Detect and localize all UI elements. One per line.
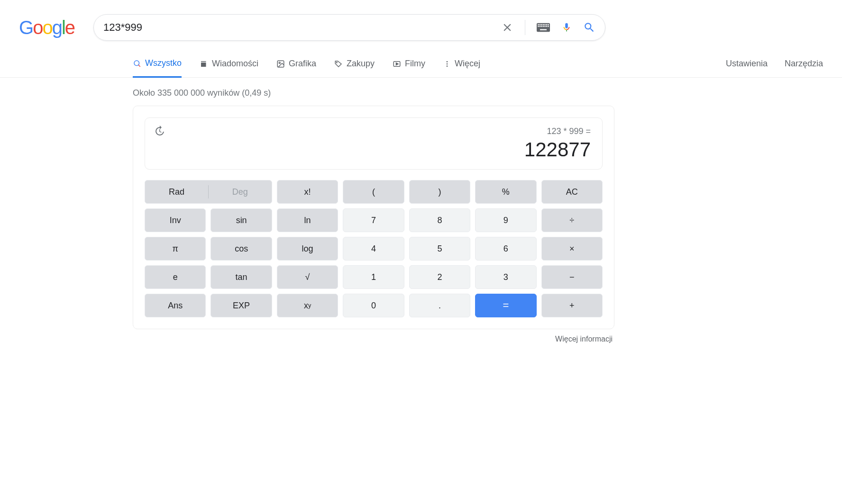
history-icon[interactable]: [154, 126, 165, 139]
calc-btn-6[interactable]: 6: [475, 237, 536, 261]
calc-btn-4[interactable]: 4: [343, 237, 404, 261]
calc-btn-7[interactable]: 7: [343, 208, 404, 232]
calc-btn-pi[interactable]: π: [145, 237, 206, 261]
search-input[interactable]: [103, 21, 501, 34]
tabs-row: Wszystko Wiadomości Grafika Zakupy Filmy…: [0, 50, 842, 78]
calc-btn-8[interactable]: 8: [409, 208, 470, 232]
tab-videos-label: Filmy: [405, 59, 425, 69]
search-bar: [93, 14, 605, 41]
calc-btn-9[interactable]: 9: [475, 208, 536, 232]
tab-settings-label: Ustawienia: [726, 59, 768, 69]
calc-btn-sin[interactable]: sin: [210, 208, 272, 232]
calc-btn-e[interactable]: e: [145, 265, 206, 289]
calculator-card: 123 * 999 = 122877 Rad Deg x! ( ) % AC I…: [133, 106, 614, 329]
calc-btn-ac[interactable]: AC: [541, 180, 603, 204]
svg-rect-2: [540, 24, 540, 25]
calc-btn-exp[interactable]: EXP: [210, 294, 272, 317]
calc-btn-power[interactable]: xy: [277, 294, 338, 317]
calc-btn-divide[interactable]: ÷: [541, 208, 603, 232]
calc-btn-add[interactable]: +: [541, 294, 603, 317]
svg-rect-10: [541, 26, 542, 27]
calc-btn-cos[interactable]: cos: [210, 237, 272, 261]
svg-rect-4: [543, 24, 544, 25]
svg-rect-8: [538, 26, 539, 27]
svg-point-20: [337, 62, 338, 63]
calc-btn-lparen[interactable]: (: [343, 180, 404, 204]
google-logo[interactable]: Google: [19, 17, 74, 38]
calc-btn-2[interactable]: 2: [409, 265, 470, 289]
calc-btn-deg[interactable]: Deg: [209, 187, 272, 197]
svg-rect-11: [543, 26, 544, 27]
svg-rect-3: [541, 24, 542, 25]
calc-btn-0[interactable]: 0: [343, 294, 404, 317]
tab-more[interactable]: Więcej: [443, 50, 480, 77]
calc-btn-log[interactable]: log: [277, 237, 338, 261]
calc-btn-inv[interactable]: Inv: [145, 208, 206, 232]
clear-icon[interactable]: [501, 21, 513, 34]
tab-images-label: Grafika: [289, 59, 316, 69]
calculator-keypad: Rad Deg x! ( ) % AC Inv sin ln 7 8 9 ÷ π…: [145, 180, 603, 317]
calc-btn-rparen[interactable]: ): [409, 180, 470, 204]
calc-btn-subtract[interactable]: −: [541, 265, 603, 289]
calc-btn-sqrt[interactable]: √: [277, 265, 338, 289]
calc-btn-rad-deg[interactable]: Rad Deg: [145, 180, 272, 204]
calc-expression: 123 * 999 =: [156, 126, 591, 136]
keyboard-icon[interactable]: [537, 23, 550, 32]
tab-shopping-label: Zakupy: [347, 59, 375, 69]
more-info-link[interactable]: Więcej informacji: [555, 335, 613, 343]
tab-news[interactable]: Wiadomości: [200, 50, 258, 77]
tab-shopping[interactable]: Zakupy: [334, 50, 375, 77]
calc-result: 122877: [156, 138, 591, 161]
calc-btn-1[interactable]: 1: [343, 265, 404, 289]
svg-rect-6: [546, 24, 547, 25]
svg-marker-22: [396, 63, 399, 65]
tab-news-label: Wiadomości: [212, 59, 258, 69]
tab-all-label: Wszystko: [145, 58, 182, 68]
svg-line-17: [138, 65, 140, 67]
separator: [525, 20, 525, 35]
svg-point-24: [447, 63, 448, 64]
svg-rect-15: [540, 29, 547, 30]
tab-images[interactable]: Grafika: [276, 50, 316, 77]
tab-videos[interactable]: Filmy: [393, 50, 425, 77]
calc-btn-ans[interactable]: Ans: [145, 294, 206, 317]
svg-rect-12: [544, 26, 545, 27]
tab-all[interactable]: Wszystko: [133, 51, 182, 78]
calc-btn-multiply[interactable]: ×: [541, 237, 603, 261]
svg-point-23: [447, 61, 448, 63]
svg-point-19: [279, 62, 280, 63]
svg-rect-13: [546, 26, 547, 27]
tab-tools[interactable]: Narzędzia: [785, 59, 823, 69]
tab-settings[interactable]: Ustawienia: [726, 59, 768, 69]
calc-btn-percent[interactable]: %: [475, 180, 536, 204]
svg-point-25: [447, 65, 448, 67]
svg-rect-1: [538, 24, 539, 25]
svg-rect-14: [548, 26, 549, 27]
calc-btn-5[interactable]: 5: [409, 237, 470, 261]
calc-btn-3[interactable]: 3: [475, 265, 536, 289]
calc-btn-rad[interactable]: Rad: [145, 187, 208, 197]
calc-btn-factorial[interactable]: x!: [277, 180, 338, 204]
calc-btn-dot[interactable]: .: [409, 294, 470, 317]
mic-icon[interactable]: [561, 21, 572, 34]
tab-tools-label: Narzędzia: [785, 59, 823, 69]
calc-btn-equals[interactable]: =: [475, 294, 536, 317]
svg-rect-7: [548, 24, 549, 25]
svg-rect-5: [544, 24, 545, 25]
calculator-display: 123 * 999 = 122877: [145, 117, 603, 170]
calc-btn-ln[interactable]: ln: [277, 208, 338, 232]
calc-btn-tan[interactable]: tan: [210, 265, 272, 289]
svg-rect-9: [540, 26, 540, 27]
tab-more-label: Więcej: [455, 59, 480, 69]
search-icon[interactable]: [583, 21, 595, 34]
svg-point-16: [134, 61, 139, 66]
results-meta: Około 335 000 000 wyników (0,49 s): [0, 78, 842, 106]
